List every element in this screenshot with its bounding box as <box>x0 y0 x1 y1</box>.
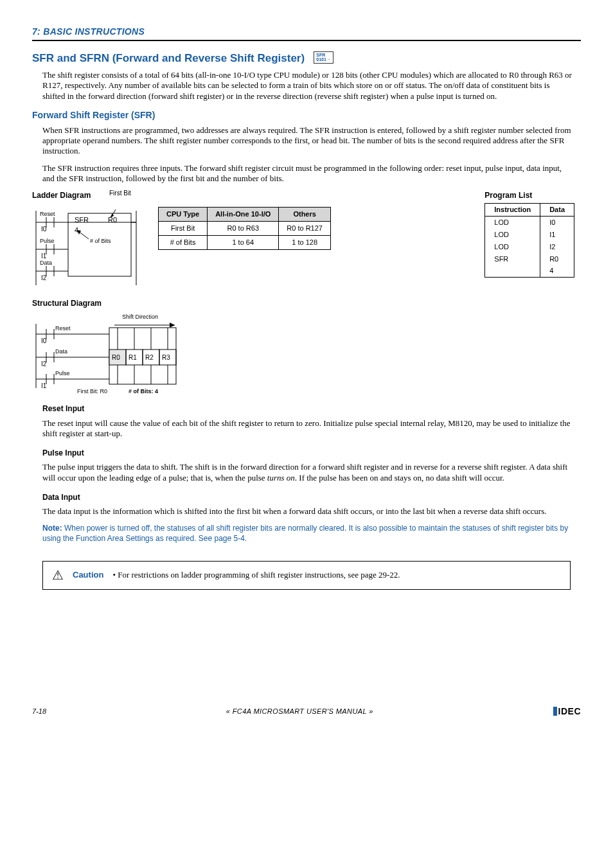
svg-text:Data: Data <box>55 348 67 355</box>
svg-text:Reset: Reset <box>55 325 71 332</box>
sfr-icon-bottom: 0101→ <box>316 57 331 62</box>
svg-text:R1: R1 <box>129 354 137 361</box>
svg-marker-29 <box>170 323 175 328</box>
caution-box: ⚠ Caution • For restrictions on ladder p… <box>42 561 571 590</box>
svg-text:R0: R0 <box>112 354 120 361</box>
section-title-text: SFR and SFRN (Forward and Reverse Shift … <box>32 52 305 64</box>
forward-sfr-heading: Forward Shift Register (SFR) <box>32 109 581 121</box>
svg-text:I2: I2 <box>41 274 47 281</box>
reset-input-heading: Reset Input <box>42 403 574 414</box>
footer-center: « FC4A MICROSMART USER'S MANUAL » <box>46 707 553 716</box>
reset-input-para: The reset input will cause the value of … <box>42 418 574 439</box>
chapter-header: 7: BASIC INSTRUCTIONS <box>32 26 581 41</box>
svg-text:R2: R2 <box>145 354 154 361</box>
prog-r3c0: SFR <box>485 253 540 265</box>
sfr-para-2: The SFR instruction requires three input… <box>42 163 574 184</box>
svg-text:Data: Data <box>40 260 52 266</box>
ladder-svg: Reset I0 SFR R0 4 # of Bits Pulse I1 Dat <box>32 203 141 287</box>
caution-label: Caution <box>73 569 103 581</box>
svg-text:Pulse: Pulse <box>55 370 70 376</box>
prog-r2c1: I2 <box>540 241 574 253</box>
section-title: SFR and SFRN (Forward and Reverse Shift … <box>32 51 581 66</box>
svg-text:I2: I2 <box>41 360 47 368</box>
svg-text:4: 4 <box>75 226 78 234</box>
prog-th-1: Data <box>540 204 574 217</box>
cpu-r1c2: 1 to 128 <box>279 235 331 249</box>
prog-r3c1: R0 <box>540 253 574 265</box>
svg-text:Pulse: Pulse <box>40 238 55 244</box>
warning-icon: ⚠ <box>52 567 64 584</box>
svg-text:I1: I1 <box>41 382 47 389</box>
prog-r4c0 <box>485 265 540 277</box>
caution-text: • For restrictions on ladder programming… <box>112 569 400 581</box>
svg-text:I1: I1 <box>41 252 47 260</box>
cpu-th-2: Others <box>279 208 331 222</box>
page-footer: 7-18 « FC4A MICROSMART USER'S MANUAL » I… <box>32 705 581 718</box>
svg-text:Shift Direction: Shift Direction <box>122 314 158 320</box>
cpu-r0c1: R0 to R63 <box>208 221 279 235</box>
cpu-th-1: All-in-One 10-I/O <box>208 208 279 222</box>
svg-text:R3: R3 <box>162 354 170 361</box>
note-label: Note: <box>42 524 62 533</box>
svg-text:I0: I0 <box>41 226 47 233</box>
svg-text:# of Bits: # of Bits <box>90 238 111 244</box>
idec-logo: IDEC <box>553 705 581 718</box>
prog-r1c0: LOD <box>485 229 540 241</box>
structural-diagram: Structural Diagram Shift Direction Reset… <box>32 298 581 394</box>
cpu-r0c0: First Bit <box>159 221 208 235</box>
svg-text:I0: I0 <box>41 337 47 344</box>
svg-text:R0: R0 <box>108 216 117 224</box>
cpu-r1c1: 1 to 64 <box>208 235 279 249</box>
data-input-para: The data input is the information which … <box>42 506 574 517</box>
prog-th-0: Instruction <box>485 204 540 217</box>
first-bit-label: First Bit <box>109 189 131 198</box>
caution-body: For restrictions on ladder programming o… <box>116 570 400 580</box>
program-list-label: Program List <box>484 190 574 200</box>
sfr-para-1: When SFR instructions are programmed, tw… <box>42 125 574 157</box>
footer-page-number: 7-18 <box>32 707 46 716</box>
pulse-input-heading: Pulse Input <box>42 448 574 458</box>
ladder-diagram: Ladder Diagram First Bit Reset I0 SFR R0… <box>32 190 141 287</box>
cpu-type-table: CPU Type All-in-One 10-I/O Others First … <box>158 190 331 250</box>
sfr-icon-top: SFR <box>316 53 325 57</box>
svg-text:# of Bits: 4: # of Bits: 4 <box>129 388 158 394</box>
prog-r4c1: 4 <box>540 265 574 277</box>
prog-r1c1: I1 <box>540 229 574 241</box>
idec-bar-icon <box>553 707 557 716</box>
program-list: Program List Instruction Data LODI0 LODI… <box>484 190 574 278</box>
svg-text:Reset: Reset <box>40 211 55 217</box>
prog-r0c0: LOD <box>485 217 540 229</box>
note-line: Note: When power is turned off, the stat… <box>42 523 574 544</box>
structural-diagram-label: Structural Diagram <box>32 298 581 308</box>
cpu-r1c0: # of Bits <box>159 235 208 249</box>
intro-paragraph: The shift register consists of a total o… <box>42 70 574 102</box>
idec-text: IDEC <box>558 706 581 716</box>
cpu-r0c2: R0 to R127 <box>279 221 331 235</box>
prog-r0c1: I0 <box>540 217 574 229</box>
sfr-icon: SFR 0101→ <box>314 51 333 64</box>
note-text: When power is turned off, the statuses o… <box>42 524 568 543</box>
data-input-heading: Data Input <box>42 492 574 502</box>
pulse-input-para: The pulse input triggers the data to shi… <box>42 462 574 483</box>
svg-text:First Bit: R0: First Bit: R0 <box>77 388 107 394</box>
structural-svg: Shift Direction Reset I0 Data I2 Pulse I… <box>32 311 199 394</box>
svg-text:SFR: SFR <box>75 216 89 224</box>
prog-r2c0: LOD <box>485 241 540 253</box>
cpu-th-0: CPU Type <box>159 208 208 222</box>
